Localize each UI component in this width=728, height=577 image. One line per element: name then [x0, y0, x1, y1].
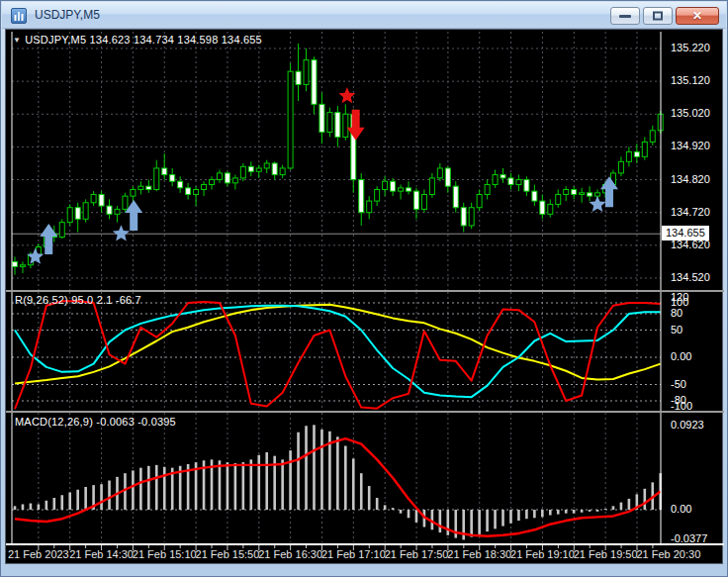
close-icon: ✕ — [677, 9, 718, 23]
r-fast-line — [15, 301, 661, 409]
window-title: USDJPY,M5 — [35, 8, 100, 22]
chart-client[interactable]: ▼USDJPY,M5 134.623 134.734 134.598 134.6… — [5, 29, 723, 564]
buy-signal-arrow-icon — [40, 224, 57, 254]
price-tick-label: 135.020 — [671, 107, 710, 119]
macd-histogram — [14, 425, 662, 539]
time-tick-label: 21 Feb 16:30 — [255, 548, 326, 560]
price-tick-label: 134.820 — [671, 173, 710, 185]
time-tick-label: 21 Feb 19:50 — [570, 548, 641, 560]
time-tick-label: 21 Feb 19:10 — [506, 548, 578, 560]
buy-signal-star-icon — [589, 196, 605, 212]
restore-icon — [653, 12, 663, 21]
price-tick-label: 135.120 — [671, 74, 710, 86]
minimize-icon — [619, 15, 631, 18]
chart-window-icon — [11, 8, 27, 24]
r-tick-label: -100 — [671, 400, 692, 412]
titlebar[interactable]: USDJPY,M5 ✕ — [2, 2, 726, 29]
time-tick-label: 21 Feb 15:10 — [129, 548, 200, 560]
r-tick-label: 50 — [671, 324, 682, 336]
price-tick-label: 134.720 — [671, 206, 710, 218]
macd-tick-label: 0.00 — [671, 503, 691, 515]
buy-signal-star-icon — [113, 225, 130, 240]
minimize-button[interactable] — [610, 7, 640, 25]
r-tick-label: 0.00 — [671, 350, 691, 362]
macd-tick-label: -0.0377 — [671, 532, 707, 544]
price-tick-label: 134.520 — [671, 271, 710, 283]
chart-legend-text: USDJPY,M5 134.623 134.734 134.598 134.65… — [25, 34, 262, 46]
time-tick-label: 21 Feb 15:50 — [192, 548, 263, 560]
time-tick-label: 21 Feb 17:50 — [381, 548, 452, 560]
r-slow-line — [15, 305, 661, 384]
time-tick-label: 21 Feb 20:30 — [633, 548, 704, 560]
r-tick-label: 80 — [671, 307, 682, 319]
time-tick-label: 21 Feb 18:30 — [444, 548, 515, 560]
candles — [13, 44, 664, 275]
dropdown-arrow-icon[interactable]: ▼ — [13, 36, 21, 45]
macd-label: MACD(12,26,9) -0.0063 -0.0395 — [15, 416, 176, 428]
r-indicator-label: R(9,26,52) 95.0 2.1 -66.7 — [15, 294, 141, 306]
r-tick-label: -50 — [671, 378, 686, 390]
close-button[interactable]: ✕ — [676, 7, 719, 25]
time-tick-label: 21 Feb 14:30 — [66, 548, 137, 560]
macd-tick-label: 0.0923 — [671, 419, 704, 431]
price-tick-label: 135.220 — [671, 42, 710, 53]
price-tick-label: 134.920 — [671, 140, 710, 151]
chart-legend: ▼USDJPY,M5 134.623 134.734 134.598 134.6… — [13, 34, 262, 46]
chart-window: USDJPY,M5 ✕ ▼USDJPY,M5 134.623 134.734 1… — [0, 0, 728, 577]
sell-signal-star-icon — [338, 87, 355, 103]
time-tick-label: 21 Feb 2023 — [3, 548, 74, 560]
time-tick-label: 21 Feb 17:10 — [318, 548, 389, 560]
current-price-label: 134.655 — [662, 226, 709, 240]
restore-button[interactable] — [643, 7, 673, 25]
